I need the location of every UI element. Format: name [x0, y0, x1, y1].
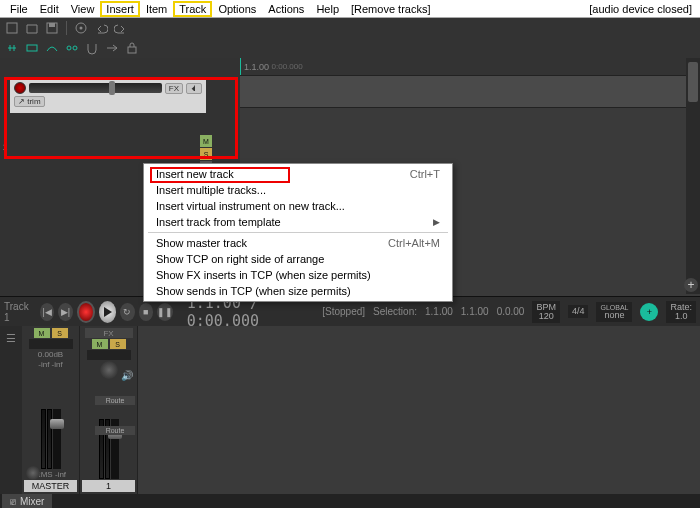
- mixer-side-buttons: ☰: [0, 326, 22, 494]
- mixer-menu-icon[interactable]: ☰: [3, 330, 19, 346]
- repeat-button[interactable]: ↻: [120, 303, 134, 321]
- zoom-plus-button[interactable]: +: [684, 278, 698, 292]
- track1-solo[interactable]: S: [110, 339, 126, 349]
- sel-len[interactable]: 0.0.00: [497, 306, 525, 317]
- track-name-label: Track 1: [4, 301, 30, 323]
- ctx-insert-virtual-instrument[interactable]: Insert virtual instrument on new track..…: [144, 198, 452, 214]
- pause-button[interactable]: ❚❚: [157, 303, 173, 321]
- link-icon[interactable]: [4, 40, 20, 56]
- volume-slider[interactable]: [29, 83, 162, 93]
- track-number: 1: [0, 142, 10, 152]
- master-send[interactable]: [29, 339, 73, 349]
- sel-start[interactable]: 1.1.00: [425, 306, 453, 317]
- rate-box[interactable]: Rate:1.0: [666, 301, 696, 323]
- track1-label[interactable]: 1: [82, 480, 135, 492]
- open-icon[interactable]: [24, 20, 40, 36]
- ruler-time: 0:00.000: [272, 62, 303, 71]
- record-button[interactable]: [77, 301, 95, 323]
- go-end-button[interactable]: ▶|: [58, 303, 72, 321]
- vertical-scrollbar[interactable]: [686, 58, 700, 294]
- time-sig-box[interactable]: 4/4: [568, 305, 589, 318]
- master-fader[interactable]: [53, 409, 61, 469]
- trim-button[interactable]: ↗ trim: [14, 96, 45, 107]
- snap-icon[interactable]: [84, 40, 100, 56]
- undo-icon[interactable]: [93, 20, 109, 36]
- svg-rect-0: [7, 23, 17, 33]
- master-meters: [27, 370, 75, 469]
- item-icon[interactable]: [24, 40, 40, 56]
- ctx-insert-from-template[interactable]: Insert track from template▶: [144, 214, 452, 230]
- menu-file[interactable]: File: [4, 2, 34, 16]
- master-mute[interactable]: M: [34, 328, 50, 338]
- ctx-insert-new-track[interactable]: Insert new trackCtrl+T: [144, 166, 452, 182]
- toolbar-row-1: [0, 18, 700, 38]
- go-start-button[interactable]: |◀: [40, 303, 54, 321]
- ctx-show-fx-inserts[interactable]: Show FX inserts in TCP (when size permit…: [144, 267, 452, 283]
- track1-route[interactable]: Route: [95, 396, 135, 405]
- mixer-tab[interactable]: ⎚ Mixer: [2, 494, 52, 508]
- track-control-panel[interactable]: FX ⏴ ↗ trim: [10, 78, 206, 113]
- menu-actions[interactable]: Actions: [262, 2, 310, 16]
- track1-pan[interactable]: [100, 361, 118, 379]
- ctx-show-sends[interactable]: Show sends in TCP (when size permits): [144, 283, 452, 299]
- toolbar-row-2: [0, 38, 700, 58]
- track-lane[interactable]: [240, 76, 700, 108]
- svg-point-6: [67, 46, 71, 50]
- ripple-icon[interactable]: [104, 40, 120, 56]
- menu-item-menu[interactable]: Item: [140, 2, 173, 16]
- mixer-tab-label: Mixer: [20, 496, 44, 507]
- play-cursor: [240, 58, 241, 75]
- ctx-show-master[interactable]: Show master trackCtrl+Alt+M: [144, 235, 452, 251]
- track1-speaker-icon[interactable]: 🔊: [121, 370, 133, 381]
- menu-options[interactable]: Options: [212, 2, 262, 16]
- svg-rect-8: [128, 47, 136, 53]
- play-button[interactable]: [99, 301, 116, 323]
- ctx-separator: [148, 232, 448, 233]
- master-pan[interactable]: [26, 466, 40, 480]
- track1-send[interactable]: [87, 350, 131, 360]
- track1-strip[interactable]: FX MS Route Route 🔊 1: [80, 326, 138, 494]
- solo-button[interactable]: S: [200, 148, 212, 160]
- track1-mute[interactable]: M: [92, 339, 108, 349]
- menu-insert[interactable]: Insert: [100, 1, 140, 17]
- mixer-empty-area[interactable]: [138, 326, 700, 494]
- grid-icon[interactable]: [64, 40, 80, 56]
- add-marker-button[interactable]: +: [640, 303, 658, 321]
- bottom-tab-bar: ⎚ Mixer: [0, 494, 700, 508]
- master-label: MASTER: [24, 480, 77, 492]
- ctx-insert-multiple[interactable]: Insert multiple tracks...: [144, 182, 452, 198]
- envelope-icon[interactable]: [44, 40, 60, 56]
- ctx-tcp-right[interactable]: Show TCP on right side of arrange: [144, 251, 452, 267]
- mute-button[interactable]: M: [200, 135, 212, 147]
- menu-view[interactable]: View: [65, 2, 101, 16]
- record-arm-button[interactable]: [14, 82, 26, 94]
- master-inf: -inf -inf: [38, 360, 62, 369]
- menu-remove-tracks[interactable]: [Remove tracks]: [345, 2, 436, 16]
- master-strip[interactable]: MS 0.00dB -inf -inf RMS -inf MASTER: [22, 326, 80, 494]
- sel-end[interactable]: 1.1.00: [461, 306, 489, 317]
- menu-track[interactable]: Track: [173, 1, 212, 17]
- track1-fx[interactable]: FX: [85, 328, 133, 338]
- context-menu: Insert new trackCtrl+T Insert multiple t…: [143, 163, 453, 302]
- master-solo[interactable]: S: [52, 328, 68, 338]
- svg-point-4: [80, 27, 83, 30]
- transport-state: [Stopped]: [322, 306, 365, 317]
- menu-help[interactable]: Help: [310, 2, 345, 16]
- selection-info: [Stopped] Selection: 1.1.00 1.1.00 0.0.0…: [322, 301, 696, 323]
- redo-icon[interactable]: [113, 20, 129, 36]
- global-auto-box[interactable]: GLOBALnone: [596, 302, 632, 322]
- save-icon[interactable]: [44, 20, 60, 36]
- stop-button[interactable]: ■: [139, 303, 153, 321]
- new-project-icon[interactable]: [4, 20, 20, 36]
- menu-bar: File Edit View Insert Item Track Options…: [0, 0, 700, 18]
- lock-icon[interactable]: [124, 40, 140, 56]
- timeline-ruler[interactable]: 1.1.00 0:00.000: [240, 58, 700, 76]
- svg-rect-5: [27, 45, 37, 51]
- menu-edit[interactable]: Edit: [34, 2, 65, 16]
- env-button[interactable]: ⏴: [186, 83, 202, 94]
- selection-label: Selection:: [373, 306, 417, 317]
- fx-button[interactable]: FX: [165, 83, 183, 94]
- settings-icon[interactable]: [73, 20, 89, 36]
- track1-route2[interactable]: Route: [95, 426, 135, 435]
- bpm-box[interactable]: BPM120: [532, 301, 560, 323]
